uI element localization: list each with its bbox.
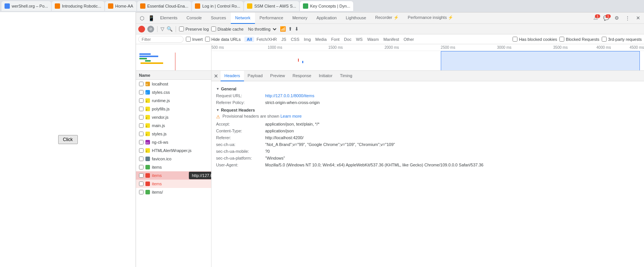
tab-label-4: Essential Cloud-Ena... (147, 4, 188, 8)
tab-label-1: werShell.org – Po... (12, 4, 48, 8)
browser-tabs: werShell.org – Po... Introducing Robotic… (0, 0, 644, 12)
browser-tab-2[interactable]: Introducing Robotic... (52, 1, 104, 11)
tab-label-7: Key Concepts | Dyn... (310, 4, 350, 8)
tab-label-6: SSM Client – AWS S... (254, 4, 296, 8)
browser-tab-3[interactable]: Home-AA (105, 1, 136, 11)
browser-tab-4[interactable]: Essential Cloud-Ena... (137, 1, 192, 11)
browser-tab-7[interactable]: Key Concepts | Dyn... (300, 1, 353, 11)
tab-favicon-3 (108, 3, 113, 9)
tab-label-5: Log in | Control Ro... (202, 4, 240, 8)
browser-tab-1[interactable]: werShell.org – Po... (2, 1, 51, 11)
tab-favicon-4 (140, 3, 145, 9)
tab-favicon-5 (195, 3, 200, 9)
tab-favicon-6 (247, 3, 252, 9)
tab-favicon-2 (55, 3, 60, 9)
tab-label-3: Home-AA (115, 4, 133, 8)
tab-favicon-1 (5, 3, 10, 9)
browser-tab-5[interactable]: Log in | Control Ro... (192, 1, 243, 11)
browser-tab-6[interactable]: SSM Client – AWS S... (244, 1, 299, 11)
tab-favicon-7 (303, 3, 308, 9)
tab-label-2: Introducing Robotic... (62, 4, 101, 8)
